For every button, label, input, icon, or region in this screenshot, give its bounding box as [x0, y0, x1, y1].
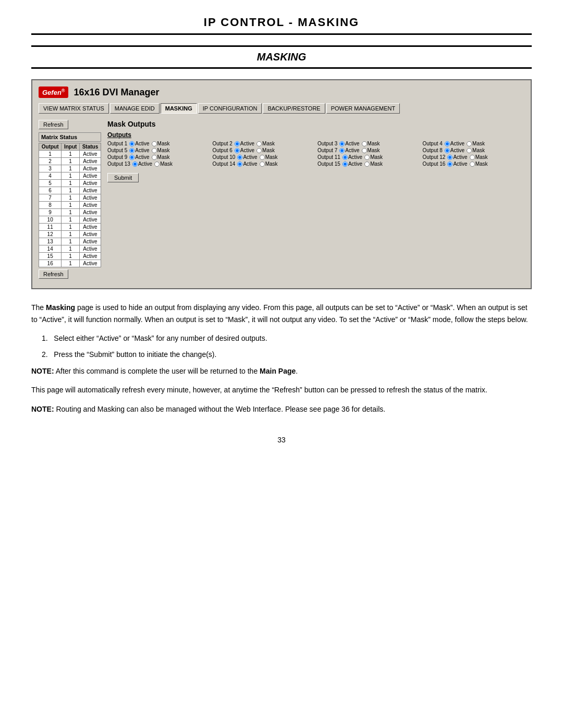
output-row-out1: Output 1ActiveMask — [107, 141, 210, 146]
cell-output: 8 — [39, 202, 62, 209]
refresh-top-button[interactable]: Refresh — [39, 120, 68, 129]
radio-active-out4[interactable] — [445, 141, 450, 146]
ui-header-title: 16x16 DVI Manager — [74, 87, 159, 98]
radio-active-out3[interactable] — [339, 141, 345, 146]
output-label-out12: Output 12 — [423, 154, 446, 160]
submit-button[interactable]: Submit — [107, 173, 139, 182]
radio-mask-out5[interactable] — [152, 148, 157, 153]
output-row-out2: Output 2ActiveMask — [213, 141, 315, 146]
table-row: 61Active — [39, 187, 101, 194]
section-title: MASKING — [31, 45, 532, 69]
cell-input: 1 — [62, 194, 80, 202]
label-mask-out13: Mask — [160, 161, 173, 167]
output-label-out3: Output 3 — [317, 141, 337, 146]
cell-status: Active — [79, 194, 101, 202]
radio-mask-out9[interactable] — [152, 155, 157, 160]
cell-status: Active — [79, 224, 101, 231]
output-label-out16: Output 16 — [423, 161, 446, 167]
nav-view-matrix-status[interactable]: VIEW MATRIX STATUS — [39, 103, 109, 114]
radio-active-out15[interactable] — [342, 162, 348, 167]
output-label-out9: Output 9 — [107, 154, 127, 160]
cell-output: 7 — [39, 194, 62, 202]
label-active-out13: Active — [138, 161, 152, 167]
radio-active-out10[interactable] — [237, 155, 242, 160]
table-row: 11Active — [39, 151, 101, 158]
radio-mask-out8[interactable] — [467, 148, 472, 153]
radio-active-out13[interactable] — [132, 162, 138, 167]
nav-power-management[interactable]: POWER MANAGEMENT — [326, 103, 400, 114]
output-label-out2: Output 2 — [213, 141, 232, 146]
radio-mask-out1[interactable] — [152, 141, 157, 146]
nav-masking[interactable]: MASKING — [161, 103, 197, 114]
cell-input: 1 — [62, 245, 80, 253]
cell-output: 14 — [39, 245, 62, 253]
nav-backup-restore[interactable]: BACKUP/RESTORE — [263, 103, 325, 114]
radio-mask-out6[interactable] — [256, 148, 262, 153]
matrix-table: Output Input Status 11Active21Active31Ac… — [39, 143, 101, 267]
radio-mask-out14[interactable] — [260, 162, 265, 167]
cell-input: 1 — [62, 151, 80, 158]
radio-mask-out13[interactable] — [154, 162, 160, 167]
radio-mask-out10[interactable] — [260, 155, 265, 160]
label-active-out5: Active — [135, 147, 149, 153]
label-active-out9: Active — [135, 154, 149, 160]
radio-active-out16[interactable] — [447, 162, 452, 167]
label-mask-out2: Mask — [262, 141, 275, 146]
radio-active-out7[interactable] — [339, 148, 345, 153]
radio-active-out9[interactable] — [129, 155, 134, 160]
radio-active-out11[interactable] — [342, 155, 348, 160]
label-mask-out8: Mask — [472, 147, 485, 153]
cell-input: 1 — [62, 224, 80, 231]
radio-mask-out3[interactable] — [362, 141, 367, 146]
cell-status: Active — [79, 202, 101, 209]
radio-active-out6[interactable] — [235, 148, 240, 153]
output-label-out13: Output 13 — [107, 161, 130, 167]
table-row: 111Active — [39, 224, 101, 231]
radio-mask-out11[interactable] — [364, 155, 370, 160]
output-label-out7: Output 7 — [317, 147, 337, 153]
ui-container: Gefen® 16x16 DVI Manager VIEW MATRIX STA… — [31, 79, 532, 289]
body-paragraph2: This page will automatically refresh eve… — [31, 384, 532, 396]
label-mask-out12: Mask — [475, 154, 488, 160]
table-row: 91Active — [39, 209, 101, 216]
output-label-out15: Output 15 — [317, 161, 340, 167]
cell-output: 1 — [39, 151, 62, 158]
output-row-out14: Output 14ActiveMask — [213, 161, 315, 167]
output-row-out9: Output 9ActiveMask — [107, 154, 210, 160]
ui-header: Gefen® 16x16 DVI Manager — [39, 87, 524, 98]
cell-output: 10 — [39, 216, 62, 224]
cell-output: 13 — [39, 238, 62, 245]
col-output: Output — [39, 143, 62, 151]
cell-status: Active — [79, 165, 101, 172]
refresh-bottom-button[interactable]: Refresh — [39, 269, 68, 279]
table-row: 81Active — [39, 202, 101, 209]
table-row: 121Active — [39, 231, 101, 238]
cell-output: 3 — [39, 165, 62, 172]
cell-output: 15 — [39, 253, 62, 260]
radio-mask-out16[interactable] — [470, 162, 475, 167]
nav-ip-configuration[interactable]: IP CONFIGURATION — [198, 103, 262, 114]
radio-mask-out7[interactable] — [362, 148, 367, 153]
radio-active-out1[interactable] — [129, 141, 134, 146]
output-row-out10: Output 10ActiveMask — [213, 154, 315, 160]
radio-mask-out12[interactable] — [470, 155, 475, 160]
cell-output: 16 — [39, 260, 62, 267]
cell-status: Active — [79, 172, 101, 180]
radio-mask-out2[interactable] — [256, 141, 262, 146]
page-number: 33 — [31, 436, 532, 444]
radio-mask-out4[interactable] — [467, 141, 472, 146]
cell-status: Active — [79, 187, 101, 194]
output-label-out5: Output 5 — [107, 147, 127, 153]
radio-active-out2[interactable] — [235, 141, 240, 146]
nav-manage-edid[interactable]: MANAGE EDID — [110, 103, 160, 114]
label-mask-out10: Mask — [265, 154, 278, 160]
radio-active-out14[interactable] — [237, 162, 242, 167]
output-row-out6: Output 6ActiveMask — [213, 147, 315, 153]
table-row: 21Active — [39, 158, 101, 165]
radio-active-out12[interactable] — [447, 155, 452, 160]
radio-active-out5[interactable] — [129, 148, 134, 153]
label-mask-out16: Mask — [475, 161, 488, 167]
radio-active-out8[interactable] — [445, 148, 450, 153]
radio-mask-out15[interactable] — [364, 162, 370, 167]
output-row-out5: Output 5ActiveMask — [107, 147, 210, 153]
